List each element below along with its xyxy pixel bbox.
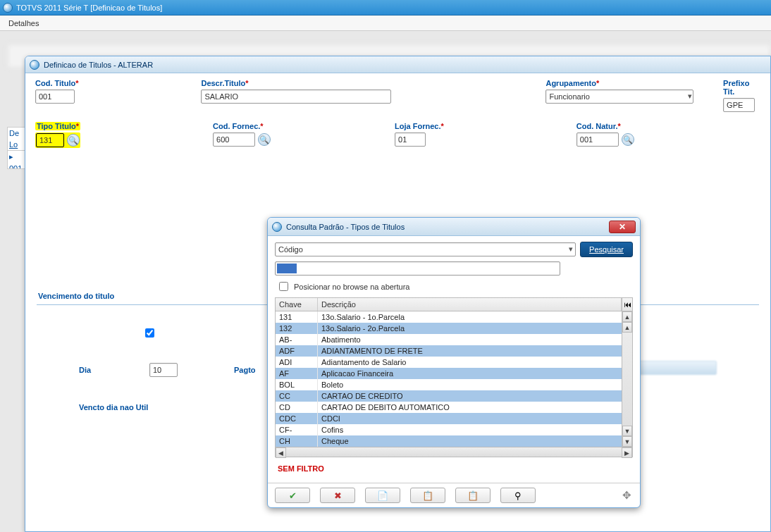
modal-title-bar[interactable]: Consulta Padrão - Tipos de Titulos ✕: [268, 218, 640, 236]
menu-detalhes[interactable]: Detalhes: [8, 19, 39, 27]
app-title-bar: TOTVS 2011 Série T [Definicao de Titulos…: [0, 0, 771, 16]
move-handle-icon[interactable]: ✥: [621, 488, 633, 503]
cod-fornec-label: Cod. Fornec.*: [213, 122, 271, 130]
new-button[interactable]: 📄: [365, 488, 400, 503]
results-grid: Chave Descrição ⏮ 13113o.Salario - 1o.Pa…: [275, 297, 633, 457]
table-row[interactable]: 13113o.Salario - 1o.Parcela: [276, 311, 632, 323]
dia-label: Dia: [79, 366, 128, 374]
grid-hscroll[interactable]: ◀ ▶: [276, 447, 632, 457]
scroll-down-icon[interactable]: ▼: [622, 426, 632, 436]
vencimento-checkbox[interactable]: [145, 328, 154, 338]
scroll-up-top-icon[interactable]: ▲: [622, 311, 632, 322]
table-row[interactable]: CDCARTAO DE DEBITO AUTOMATICO: [276, 402, 632, 413]
table-row[interactable]: CF-Cofins: [276, 424, 632, 435]
modal-icon: [272, 222, 282, 232]
sem-filtro-label: SEM FILTRO: [275, 457, 633, 480]
col-chave[interactable]: Chave: [276, 298, 318, 311]
loja-fornec-input[interactable]: [395, 132, 426, 147]
filter-button[interactable]: ⚲: [500, 488, 536, 503]
col-descricao[interactable]: Descrição: [318, 298, 622, 311]
cod-titulo-label: Cod. Titulo*: [35, 79, 116, 87]
cod-fornec-lookup-icon[interactable]: 🔍: [258, 133, 271, 146]
cod-fornec-input[interactable]: [213, 132, 255, 147]
tipo-titulo-label: Tipo Titulo*: [35, 122, 80, 130]
cod-natur-label: Cod. Natur.*: [576, 122, 634, 130]
cod-titulo-input[interactable]: [35, 89, 75, 104]
window-icon: [30, 60, 39, 70]
scroll-down-bottom-icon[interactable]: ▼: [622, 436, 632, 447]
paste-button[interactable]: 📋: [455, 488, 491, 503]
copy-button[interactable]: 📋: [410, 488, 445, 503]
modal-title: Consulta Padrão - Tipos de Titulos: [286, 223, 405, 231]
table-row[interactable]: BOLBoleto: [276, 379, 632, 390]
app-icon: [3, 3, 13, 13]
dia-input[interactable]: [149, 363, 178, 377]
prefixo-input[interactable]: [723, 98, 755, 112]
table-row[interactable]: CCCARTAO DE CREDITO: [276, 390, 632, 402]
loja-fornec-label: Loja Fornec.*: [395, 122, 444, 130]
search-selection-highlight: [277, 264, 297, 273]
scroll-up-icon[interactable]: ▲: [622, 322, 632, 333]
posicionar-checkbox[interactable]: [279, 282, 288, 291]
cod-natur-input[interactable]: [576, 132, 619, 147]
table-row[interactable]: AFAplicacao Financeira: [276, 368, 632, 379]
consulta-padrao-modal: Consulta Padrão - Tipos de Titulos ✕ Pes…: [267, 217, 641, 508]
search-field-select[interactable]: [275, 242, 576, 256]
agrupamento-label: Agrupamento*: [545, 79, 695, 87]
posicionar-label: Posicionar no browse na abertura: [294, 283, 409, 291]
app-title: TOTVS 2011 Série T [Definicao de Titulos…: [16, 4, 162, 12]
agrupamento-select[interactable]: [545, 89, 693, 104]
pesquisar-button[interactable]: Pesquisar: [580, 242, 633, 257]
table-row[interactable]: ADIAdiantamento de Salario: [276, 357, 632, 368]
tipo-titulo-input[interactable]: [36, 133, 64, 147]
table-row[interactable]: 13213o.Salario - 2o.Parcela: [276, 323, 632, 334]
prefixo-label: Prefixo Tit.: [723, 79, 760, 96]
descr-titulo-input[interactable]: [201, 89, 391, 104]
table-row[interactable]: CDCCDCI: [276, 413, 632, 424]
tipo-titulo-lookup-icon[interactable]: 🔍: [67, 134, 80, 147]
scroll-left-icon[interactable]: ◀: [276, 447, 286, 458]
cancel-button[interactable]: ✖: [320, 488, 355, 503]
table-row[interactable]: CHCheque: [276, 435, 632, 447]
menu-bar[interactable]: Detalhes: [0, 16, 771, 31]
cod-natur-lookup-icon[interactable]: 🔍: [622, 133, 634, 146]
window-title-bar: Definicao de Titulos - ALTERAR: [25, 56, 770, 73]
window-title: Definicao de Titulos - ALTERAR: [44, 61, 153, 69]
scroll-right-icon[interactable]: ▶: [622, 447, 632, 458]
search-value-input[interactable]: [275, 261, 560, 276]
modal-close-button[interactable]: ✕: [609, 221, 636, 233]
ok-button[interactable]: ✔: [275, 488, 310, 503]
grid-vscroll[interactable]: ▲ ▲ ▼ ▼: [622, 311, 632, 447]
table-row[interactable]: ADFADIANTAMENTO DE FRETE: [276, 345, 632, 357]
table-row[interactable]: AB-Abatimento: [276, 334, 632, 345]
descr-titulo-label: Descr.Titulo*: [201, 79, 397, 87]
modal-footer: ✔ ✖ 📄 📋 📋 ⚲ ✥: [268, 483, 640, 507]
scroll-home-icon[interactable]: ⏮: [622, 298, 632, 311]
